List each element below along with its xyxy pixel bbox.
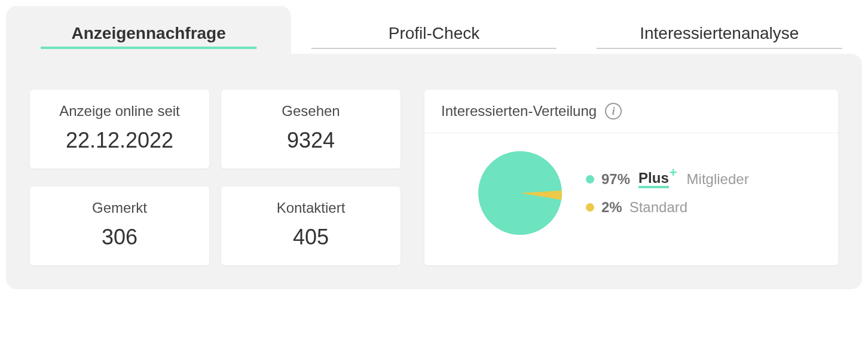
stat-label: Gemerkt bbox=[36, 200, 203, 216]
stat-label: Kontaktiert bbox=[227, 200, 395, 216]
stat-label: Gesehen bbox=[227, 103, 395, 120]
legend-row-plus: 97% Plus + Mitglieder bbox=[586, 171, 749, 188]
stat-value: 9324 bbox=[227, 128, 395, 153]
dashboard-container: Anzeigennachfrage Profil-Check Interessi… bbox=[6, 6, 862, 289]
legend-row-standard: 2% Standard bbox=[586, 199, 749, 216]
tab-bar: Anzeigennachfrage Profil-Check Interessi… bbox=[6, 6, 862, 54]
tab-panel: Anzeige online seit 22.12.2022 Gesehen 9… bbox=[6, 54, 862, 289]
tab-interessiertenanalyse[interactable]: Interessiertenanalyse bbox=[577, 6, 862, 54]
tab-profil-check[interactable]: Profil-Check bbox=[291, 6, 576, 54]
legend-label: Standard bbox=[629, 199, 687, 216]
legend-label-suffix: Mitglieder bbox=[687, 171, 749, 188]
stat-card-contacted: Kontaktiert 405 bbox=[221, 186, 401, 265]
tab-anzeigennachfrage[interactable]: Anzeigennachfrage bbox=[6, 6, 291, 54]
distribution-body: 97% Plus + Mitglieder 2% Standard bbox=[424, 133, 838, 259]
stat-label: Anzeige online seit bbox=[36, 103, 203, 120]
pie-legend: 97% Plus + Mitglieder 2% Standard bbox=[586, 171, 749, 216]
stat-value: 22.12.2022 bbox=[36, 128, 203, 153]
stat-card-seen: Gesehen 9324 bbox=[221, 90, 401, 169]
plus-badge-text: Plus bbox=[638, 171, 669, 188]
tab-label: Profil-Check bbox=[389, 24, 479, 42]
pie-chart bbox=[478, 151, 562, 235]
legend-percent: 2% bbox=[601, 199, 622, 216]
stat-value: 405 bbox=[227, 225, 395, 250]
stat-card-saved: Gemerkt 306 bbox=[30, 186, 209, 265]
tab-label: Interessiertenanalyse bbox=[640, 24, 799, 42]
plus-badge-icon: + bbox=[670, 166, 677, 179]
stat-card-online-since: Anzeige online seit 22.12.2022 bbox=[30, 90, 209, 169]
distribution-card: Interessierten-Verteilung i 97% Plus bbox=[424, 90, 838, 265]
legend-percent: 97% bbox=[601, 171, 630, 188]
legend-dot-plus bbox=[586, 175, 594, 183]
tab-label: Anzeigennachfrage bbox=[72, 24, 226, 42]
stats-grid: Anzeige online seit 22.12.2022 Gesehen 9… bbox=[30, 90, 401, 265]
distribution-header: Interessierten-Verteilung i bbox=[424, 90, 838, 133]
tab-inactive-underline bbox=[597, 48, 842, 49]
stat-value: 306 bbox=[36, 225, 203, 250]
plus-badge: Plus + bbox=[638, 171, 677, 188]
tab-inactive-underline bbox=[311, 48, 557, 49]
distribution-title: Interessierten-Verteilung bbox=[441, 103, 597, 120]
info-icon[interactable]: i bbox=[605, 103, 622, 120]
legend-dot-standard bbox=[586, 203, 594, 212]
tab-active-underline bbox=[40, 47, 257, 49]
